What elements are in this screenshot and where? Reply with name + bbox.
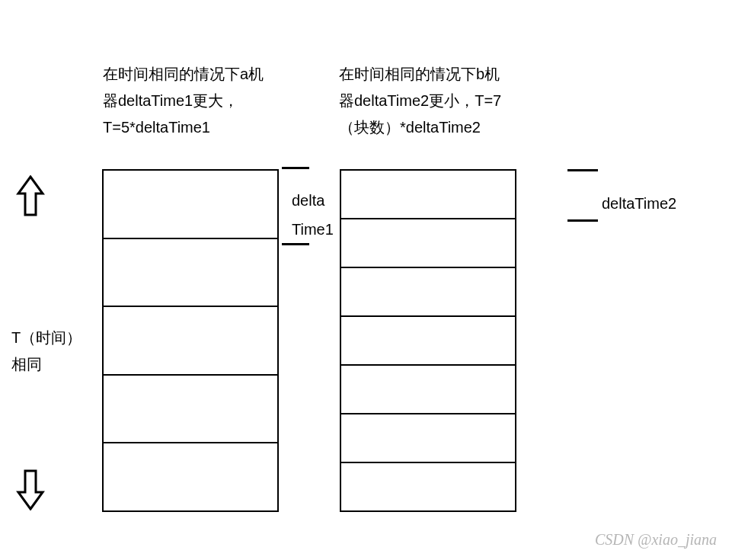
stack-b-segment [341, 414, 515, 463]
stack-b-segment [341, 219, 515, 268]
stack-a-segment [104, 376, 277, 444]
tick-mark [567, 219, 598, 222]
stack-machine-b [340, 169, 516, 512]
stack-a-segment [104, 239, 277, 308]
arrow-down-icon [15, 469, 46, 510]
delta-time-1-label-line2: Time1 [292, 221, 334, 238]
stack-b-segment [341, 366, 515, 414]
stack-a-segment [104, 443, 277, 510]
watermark: CSDN @xiao_jiana [595, 531, 717, 549]
tick-mark [567, 169, 598, 171]
stack-b-segment [341, 317, 515, 366]
stack-b-segment [341, 463, 515, 510]
tick-mark [282, 167, 309, 169]
caption-machine-b: 在时间相同的情况下b机器deltaTime2更小，T=7（块数）*deltaTi… [339, 61, 514, 141]
tick-mark [282, 243, 309, 245]
stack-b-segment [341, 268, 515, 317]
stack-a-segment [104, 307, 277, 376]
delta-time-1-label-line1: delta [292, 192, 324, 210]
time-label-line2: 相同 [11, 354, 42, 375]
arrow-up-icon [15, 175, 46, 217]
delta-time-2-label: deltaTime2 [602, 195, 676, 213]
stack-b-segment [341, 171, 515, 219]
time-label-line1: T（时间） [11, 328, 82, 348]
caption-machine-a: 在时间相同的情况下a机器deltaTime1更大，T=5*deltaTime1 [103, 61, 267, 141]
stack-a-segment [104, 171, 277, 239]
stack-machine-a [102, 169, 279, 512]
